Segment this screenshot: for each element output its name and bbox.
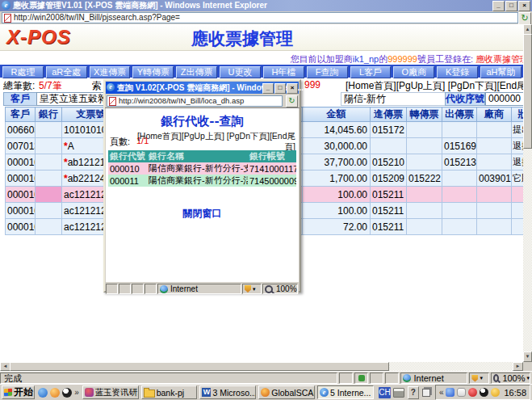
popup-restore-button[interactable]: □ [274,83,286,94]
status-security-pane[interactable]: ▾ [469,373,489,384]
status-pane-1 [339,373,353,384]
task-bankpj-folder[interactable]: bank-pj [141,385,198,399]
collect-seq-label: 代收序號 [445,92,485,106]
menu-vendor[interactable]: O廠商 [393,66,434,78]
cell-bank [36,203,62,219]
main-address-input[interactable]: http://win2008/tw/IN_Bill/pjssearch.asp?… [2,12,518,23]
menu-out-voucher[interactable]: Z出傳票 [176,66,217,78]
help-tray-icon[interactable]: ? [408,386,419,399]
cell-in-voucher: 015209 [371,171,407,187]
desktop-tray-icon[interactable] [422,389,430,397]
col-in-voucher: 進傳票 [371,107,407,122]
popup-close-button[interactable]: × [287,83,298,94]
cell-out-voucher [442,219,477,235]
cell-in-voucher: 015172 [371,122,407,138]
start-button[interactable]: 开始 [2,385,35,399]
tray-clock-icon[interactable] [491,388,500,397]
popup-security-pane[interactable]: ▾ [242,284,262,294]
popup-internet-zone-icon [160,285,168,293]
cell-bank-name: 陽信商業銀行-新竹分行-支存 [147,162,248,175]
cell-amount: 30,000.00 [303,138,371,154]
tray-document-icon[interactable] [457,388,466,397]
cell-bank-account: 7145000009 [248,175,296,187]
cell-customer: 000010 [6,154,36,171]
menu-login[interactable]: K登錄 [437,66,478,78]
quicklaunch-ie-icon[interactable] [38,388,48,398]
horizontal-scrollbar[interactable]: ◄ ► [0,362,523,371]
vertical-scrollbar[interactable]: ▲ ▼ [523,24,532,362]
quicklaunch-overflow-chevron[interactable]: » [74,388,79,397]
menu-query[interactable]: F查詢 [307,66,348,78]
popup-page-icon [109,97,116,106]
cell-customer: 000010 [6,219,36,235]
popup-zone-pane: Internet [157,284,241,294]
bank-row[interactable]: 000011 陽信商業銀行-新竹分行-活存 7145000009 [108,175,296,187]
task-word-group[interactable]: W 3 Microso... ▼ [199,385,256,399]
cell-amount: 37,700.00 [303,154,371,171]
tray-collapse-chevron[interactable]: « [439,388,444,397]
status-zoom-pane[interactable]: 100%▾ [491,373,530,384]
popup-status-pane-4 [145,284,157,294]
task-label: GlobalSCAP... [271,388,315,398]
language-indicator[interactable]: CH [379,387,391,398]
page-icon [4,14,11,23]
cell-transfer-voucher: 015222 [407,171,442,187]
vertical-scroll-thumb[interactable] [523,34,532,149]
cell-transfer-voucher [407,138,442,154]
tray-alert-icon[interactable] [468,388,477,397]
menu-process-all[interactable]: aR全處 [46,66,87,78]
task-globalscape[interactable]: GlobalSCAP... [258,385,315,399]
quicklaunch-qq-icon[interactable] [62,388,72,398]
minimize-button[interactable]: _ [492,1,505,11]
close-window-link[interactable]: 關閉窗口 [106,207,299,221]
popup-address-input[interactable]: http://win2008/tw/IN_Bill/loca_dh.asp [107,95,283,107]
menu-help[interactable]: aH幫助 [480,66,522,78]
menu-modify[interactable]: U更改 [220,66,261,78]
cell-out-voucher: 015213 [442,154,477,171]
cell-bank-account: 7141000117 [248,162,296,175]
collect-seq-input[interactable]: 000000 [485,92,526,106]
status-zone-pane: Internet [400,373,467,384]
page-nav-links[interactable]: [Home首頁][PgUp上頁] [PgDn下頁][End尾頁] [346,79,532,93]
horizontal-scroll-thumb[interactable] [10,362,389,371]
menu-transfer-voucher[interactable]: Y轉傳票 [132,66,174,78]
popup-minimize-button[interactable]: _ [262,83,274,94]
login-mid: 的 [379,54,387,64]
menu-process[interactable]: R處理 [2,66,44,78]
printer-tray-icon[interactable] [393,388,404,398]
menu-in-voucher[interactable]: X進傳票 [90,66,131,78]
menu-customer[interactable]: L客戶 [350,66,392,78]
refresh-button[interactable]: ↻ [518,12,531,25]
globalscape-icon [261,388,270,397]
start-label: 开始 [14,385,33,399]
popup-nav-links[interactable]: [Home首頁][PgUp上頁] [PgDn下頁][End尾 頁] [137,131,295,152]
cell-vendor: 003901 [477,171,512,187]
task-lanyu-app[interactable]: 蓝玉资讯研... [82,385,139,399]
scroll-down-button[interactable]: ▼ [523,352,532,362]
cell-amount: 100.00 [303,187,371,203]
index-value: 999 [304,79,320,91]
task-group-dropdown-icon[interactable]: ▼ [372,389,374,395]
col-customer: 客戶 [6,107,36,122]
cell-in-voucher: 015211 [371,203,407,219]
popup-zoom-pane[interactable]: 100% [262,284,298,294]
bank-field[interactable]: 陽信-新竹 [341,92,446,106]
restore-button[interactable]: □ [505,1,517,11]
login-suffix: 號員工登錄在: [417,54,475,64]
quicklaunch-messenger-icon[interactable] [50,388,60,398]
close-button[interactable]: × [518,1,530,11]
cell-bank [36,187,62,203]
tray-messenger-icon[interactable] [446,388,455,397]
bank-row[interactable]: 000010 陽信商業銀行-新竹分行-支存 7141000117 [108,162,296,175]
status-pane-3 [385,373,399,384]
popup-titlebar[interactable]: e 查詢 V1.02[X-POS 雲端商務網] - Windows Intern… [106,82,299,94]
ie-task-icon: e [320,388,329,397]
cell-amount: 14,045.60 [303,122,371,138]
cell-out-voucher [442,203,477,219]
popup-refresh-button[interactable]: ↻ [286,95,298,107]
scroll-right-button[interactable]: ► [513,362,523,371]
menu-year-file[interactable]: H年檔 [263,66,304,78]
tray-qq-icon[interactable] [480,388,488,397]
cell-vendor [477,154,512,171]
task-ie-group[interactable]: e 5 Interne... ▼ [317,385,374,399]
